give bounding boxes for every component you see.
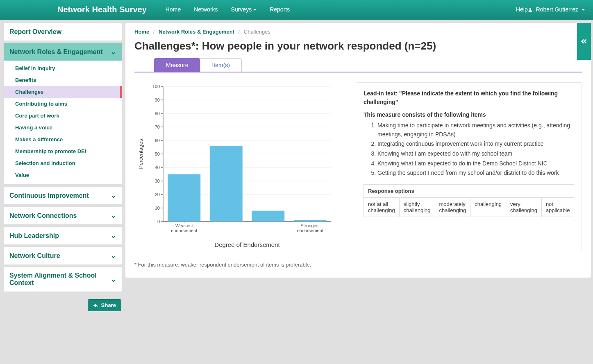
response-option: slightly challenging [399,198,435,217]
chart-bar [294,220,327,222]
nav-links: Home Networks Surveys Reports [159,0,296,18]
lead-in-text: Lead-in text: "Please indicate the exten… [364,89,574,106]
footnote: * For this measure, weaker respondent en… [134,262,582,268]
sidebar-section-roles: Network Roles & Engagement ⌄ Belief in i… [3,43,122,185]
nav-user-menu[interactable]: Robert Gutierrez [528,6,585,13]
svg-text:70: 70 [155,124,160,129]
svg-text:80: 80 [155,111,160,116]
svg-text:Percentages: Percentages [138,139,144,169]
sidebar-overview[interactable]: Report Overview [3,23,122,41]
response-option: very challenging [506,198,542,217]
breadcrumb-section[interactable]: Network Roles & Engagement [159,29,234,35]
svg-text:Weakest: Weakest [175,223,193,228]
top-navbar: Network Health Survey Home Networks Surv… [0,0,593,20]
sidebar-section-culture[interactable]: Network Culture⌄ [3,246,122,265]
chevron-down-icon: ⌄ [111,232,116,240]
sidebar-item-contributing-to-aims[interactable]: Contributing to aims [4,98,122,110]
user-icon [528,7,533,12]
sidebar-item-benefits[interactable]: Benefits [4,74,122,86]
svg-point-0 [529,8,531,10]
chevron-down-icon: ⌄ [111,276,116,283]
chart-bar [168,174,200,222]
sidebar-item-membership-to-promote-dei[interactable]: Membership to promote DEI [4,145,122,157]
page-title: Challenges*: How people in your network … [134,40,582,52]
breadcrumb: Home / Network Roles & Engagement / Chal… [134,29,582,35]
nav-help[interactable]: Help [516,6,528,13]
sidebar-item-core-part-of-work[interactable]: Core part of work [4,110,122,122]
chevron-down-icon: ⌄ [111,48,116,56]
tab-bar: Measure Item(s) [134,58,582,72]
measure-item: Making time to participate in network me… [377,121,574,139]
main-content: Home / Network Roles & Engagement / Chal… [125,23,591,278]
nav-networks[interactable]: Networks [187,0,224,18]
svg-text:10: 10 [155,206,160,210]
sidebar-section-roles-header[interactable]: Network Roles & Engagement ⌄ [4,43,122,61]
chart-bar [252,211,284,222]
caret-down-icon [582,9,585,11]
share-arrow-icon [93,303,98,308]
sidebar-section-hub[interactable]: Hub Leadership⌄ [3,226,122,245]
collapse-panel-handle[interactable] [577,23,591,60]
sidebar-item-challenges[interactable]: Challenges [4,86,122,98]
sidebar-section-connections[interactable]: Network Connections⌄ [3,206,122,225]
sidebar: Report Overview Network Roles & Engageme… [3,23,122,311]
nav-reports[interactable]: Reports [263,0,296,18]
measure-item: Knowing what I am expected to do in the … [377,159,574,168]
chevron-down-icon: ⌄ [111,252,116,260]
svg-text:30: 30 [155,179,160,183]
tab-items[interactable]: Item(s) [200,58,242,72]
response-options-header: Response options [364,185,574,198]
sidebar-item-having-a-voice[interactable]: Having a voice [4,122,122,133]
svg-text:50: 50 [155,151,160,156]
svg-text:60: 60 [155,138,160,143]
chevron-down-icon: ⌄ [111,212,116,219]
nav-home[interactable]: Home [159,0,187,18]
response-option: not at all challenging [364,198,400,217]
svg-text:Strongest: Strongest [300,223,320,228]
sidebar-item-value[interactable]: Value [4,169,122,181]
caret-down-icon [253,9,257,11]
tab-measure[interactable]: Measure [154,58,200,72]
measure-item-list: Making time to participate in network me… [364,121,574,178]
share-button[interactable]: Share [88,299,121,311]
nav-surveys[interactable]: Surveys [225,0,264,18]
endorsement-bar-chart: 0102030405060708090100Weakestendorsement… [134,82,339,250]
measure-item: Getting the support I need from my schoo… [377,169,574,178]
response-option: challenging [470,198,506,217]
chevrons-left-icon [579,37,588,46]
svg-text:90: 90 [155,97,160,102]
svg-text:20: 20 [155,192,160,197]
brand-title: Network Health Survey [57,5,147,14]
sidebar-section-improvement[interactable]: Continuous Improvement⌄ [3,186,122,205]
response-option: moderately challenging [435,198,470,217]
svg-text:40: 40 [155,165,160,170]
items-stem: This measure consists of the following i… [364,111,574,118]
sidebar-item-belief-in-inquiry[interactable]: Belief in inquiry [4,62,122,74]
chevron-down-icon: ⌄ [111,192,116,199]
svg-text:0: 0 [157,219,160,224]
measure-info-panel: Lead-in text: "Please indicate the exten… [356,82,582,250]
measure-item: Integrating continuous improvement work … [377,140,574,149]
breadcrumb-home[interactable]: Home [134,29,149,35]
sidebar-item-selection-and-induction[interactable]: Selection and induction [4,157,122,169]
svg-text:100: 100 [152,84,160,89]
chart-bar [210,146,243,222]
svg-text:endorsement: endorsement [297,228,323,233]
sidebar-item-makes-a-difference[interactable]: Makes a difference [4,133,122,145]
measure-item: Knowing what I am expected do with my sc… [377,149,574,158]
svg-text:Degree of Endorsement: Degree of Endorsement [214,241,280,248]
response-option: not applicable [541,198,574,217]
breadcrumb-current: Challenges [244,29,270,35]
response-options-table: Response options not at all challengings… [364,184,574,217]
chart-container: 0102030405060708090100Weakestendorsement… [134,82,348,250]
sidebar-section-system[interactable]: System Alignment & School Context⌄ [3,267,122,292]
svg-text:endorsement: endorsement [171,228,197,233]
